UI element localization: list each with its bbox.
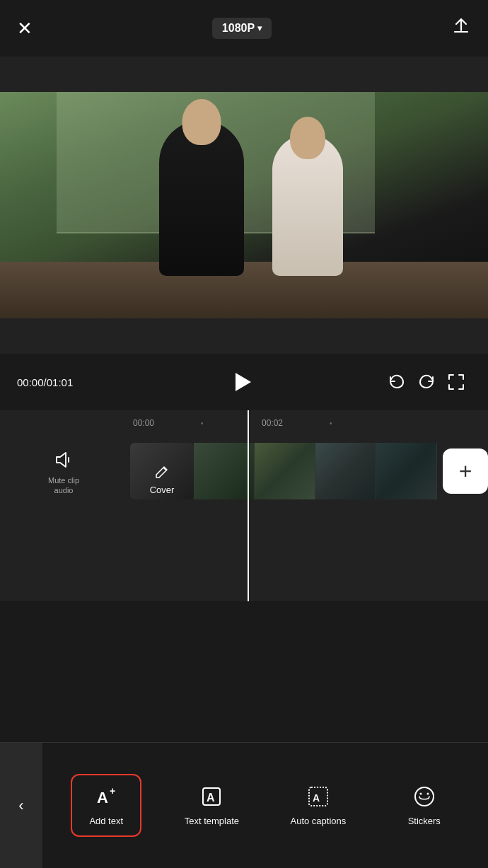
fullscreen-icon	[447, 373, 465, 391]
ruler-tick-2: 00:02	[262, 418, 283, 428]
ruler-dot-2: •	[330, 419, 332, 427]
play-button[interactable]	[226, 366, 257, 398]
chevron-down-icon: ▾	[257, 23, 262, 33]
export-button[interactable]	[451, 16, 471, 40]
stickers-icon	[412, 785, 436, 809]
auto-captions-label: Auto captions	[291, 816, 347, 826]
toolbar-item-add-text[interactable]: A + Add text	[71, 774, 141, 837]
cover-label: Cover	[130, 485, 194, 495]
undo-button[interactable]	[382, 367, 412, 397]
add-clip-button[interactable]: +	[443, 449, 488, 494]
svg-text:A: A	[97, 789, 108, 806]
svg-text:+: +	[110, 785, 115, 797]
svg-point-7	[419, 793, 422, 795]
ruler-tick-1: 00:00	[133, 418, 154, 428]
back-button[interactable]: ‹	[0, 743, 42, 869]
playback-controls: 00:00/01:01	[0, 354, 488, 410]
add-text-icon: A +	[94, 785, 118, 809]
svg-text:A: A	[313, 792, 320, 804]
playhead	[248, 410, 249, 601]
text-template-icon: A	[199, 785, 223, 809]
track-label: Mute clipaudio	[0, 447, 127, 496]
toolbar-items: A + Add text A Text template A Auto capt…	[42, 773, 488, 838]
video-track: Mute clipaudio Cover	[0, 436, 488, 507]
video-strip	[194, 443, 437, 499]
text-template-label: Text template	[185, 816, 239, 826]
strip-frame-1	[194, 443, 255, 499]
resolution-control: 1080P ▾	[212, 18, 272, 39]
bottom-toolbar: ‹ A + Add text A Text template A Auto ca…	[0, 742, 488, 868]
play-icon	[236, 373, 251, 391]
cover-edit-icon	[154, 463, 170, 479]
strip-frame-2	[255, 443, 315, 499]
scene-bg	[0, 92, 488, 318]
redo-icon	[417, 373, 436, 391]
redo-button[interactable]	[412, 367, 441, 397]
back-chevron-icon: ‹	[18, 797, 23, 815]
time-ruler: 00:00 • 00:02 •	[0, 410, 488, 436]
toolbar-item-auto-captions[interactable]: A Auto captions	[282, 773, 355, 838]
cover-clip[interactable]: Cover	[130, 443, 194, 499]
video-frame	[0, 57, 488, 354]
toolbar-item-text-template[interactable]: A Text template	[176, 773, 248, 838]
mute-icon	[53, 449, 74, 470]
auto-captions-icon: A	[306, 785, 330, 809]
top-bar: ✕ 1080P ▾	[0, 0, 488, 57]
strip-frame-3	[315, 443, 376, 499]
mute-label: Mute clipaudio	[48, 475, 79, 496]
time-display: 00:00/01:01	[17, 376, 102, 388]
upload-icon	[451, 16, 471, 36]
fullscreen-button[interactable]	[441, 367, 471, 397]
close-button[interactable]: ✕	[17, 19, 33, 37]
svg-point-8	[426, 793, 429, 795]
resolution-label: 1080P	[222, 22, 255, 35]
timeline-area: 00:00 • 00:02 • Mute clipaudio C	[0, 410, 488, 601]
svg-text:A: A	[207, 792, 215, 804]
add-text-label: Add text	[89, 816, 123, 826]
mute-button[interactable]	[51, 447, 76, 473]
stickers-label: Stickers	[408, 816, 441, 826]
video-preview	[0, 57, 488, 354]
ruler-dot-1: •	[201, 419, 204, 427]
plus-icon: +	[459, 460, 472, 482]
toolbar-item-stickers[interactable]: Stickers	[389, 773, 460, 838]
undo-icon	[388, 373, 406, 391]
strip-frame-4	[376, 443, 437, 499]
svg-point-6	[415, 787, 434, 806]
resolution-button[interactable]: 1080P ▾	[212, 18, 272, 39]
